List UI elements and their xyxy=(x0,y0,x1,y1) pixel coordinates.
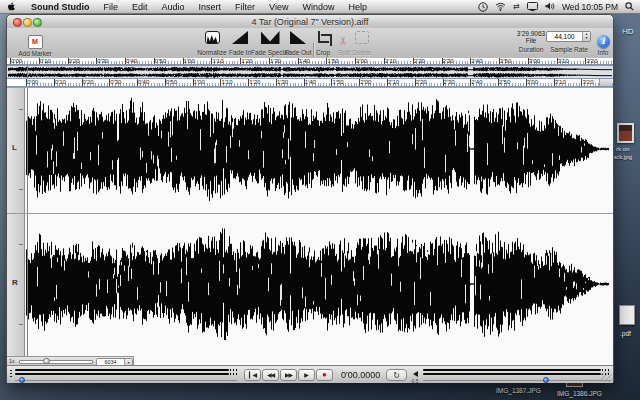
title-bar[interactable]: 4 Tar (Original 7" Version).aiff xyxy=(7,15,613,28)
ruler-label: 0'00 xyxy=(10,58,22,64)
menu-help[interactable]: Help xyxy=(341,2,374,12)
input-volume-track[interactable] xyxy=(15,380,237,381)
menu-edit[interactable]: Edit xyxy=(125,2,155,12)
add-marker-button[interactable]: M Add Marker xyxy=(9,30,61,57)
desktop: Sound StudioFileEditAudioInsertFilterVie… xyxy=(0,0,640,400)
meter-end-dots xyxy=(230,369,238,371)
overview-ruler[interactable]: 0'000'100'200'300'400'501'001'101'201'30… xyxy=(7,58,613,65)
zoom-button[interactable] xyxy=(33,18,42,27)
menu-bar: Sound StudioFileEditAudioInsertFilterVie… xyxy=(0,0,640,14)
overview-strip[interactable] xyxy=(7,65,613,79)
sync-icon[interactable]: ⇄ xyxy=(513,2,520,11)
rewind-button[interactable]: ◀◀ xyxy=(262,369,279,381)
ruler-label: 0'20 xyxy=(68,58,80,64)
right-channel-label: R xyxy=(12,278,18,287)
minimize-button[interactable] xyxy=(23,18,32,27)
zoom-slider-track[interactable] xyxy=(19,360,93,364)
delete-button[interactable]: Delete xyxy=(342,30,382,56)
stepper-icon[interactable]: ▴▾ xyxy=(582,32,590,41)
clock-icon[interactable] xyxy=(478,2,488,12)
resize-grip[interactable] xyxy=(601,371,612,382)
loop-button[interactable]: ↻ xyxy=(386,369,407,381)
channel-gutter: L R xyxy=(7,87,25,365)
add-marker-icon: M xyxy=(28,35,43,49)
output-volume-track[interactable] xyxy=(423,380,610,381)
desktop-pdf-icon[interactable] xyxy=(619,305,635,325)
menu-file[interactable]: File xyxy=(97,2,126,12)
ruler-label: 0'00 xyxy=(26,79,38,85)
fade-in-icon xyxy=(232,31,248,44)
ruler-label: 2'10 xyxy=(384,58,396,64)
ruler-label: 2'10 xyxy=(387,79,399,85)
apple-menu-icon[interactable] xyxy=(7,2,16,12)
main-waveform-canvas[interactable] xyxy=(26,87,609,365)
photo-thumb xyxy=(619,125,632,131)
close-button[interactable] xyxy=(13,18,22,27)
sound-studio-window: 4 Tar (Original 7" Version).aiff M Add M… xyxy=(6,14,614,382)
normalize-icon xyxy=(205,31,220,44)
go-to-start-button[interactable]: ▎◀ xyxy=(244,369,261,381)
waveform-pane: L R 1x 6034 ▾ xyxy=(7,87,613,365)
volume-marker-icon xyxy=(413,371,418,377)
ruler-label: 1'50 xyxy=(326,58,338,64)
menu-audio[interactable]: Audio xyxy=(155,2,192,12)
ruler-label: 0'10 xyxy=(39,58,51,64)
info-button[interactable]: i Info xyxy=(593,30,613,56)
desktop-label-hd[interactable]: HD xyxy=(622,27,634,36)
left-channel-label: L xyxy=(12,143,17,152)
ruler-label: 1'40 xyxy=(298,58,310,64)
desktop-label-img1386[interactable]: IMG_1386.JPG xyxy=(557,390,602,397)
zoom-min-label: 1x xyxy=(9,358,15,364)
popup-arrow-icon: ▾ xyxy=(124,359,132,366)
ruler-label: 1'30 xyxy=(269,58,281,64)
ruler-label: 0'50 xyxy=(154,58,166,64)
ruler-label: 2'20 xyxy=(413,58,425,64)
input-volume-thumb[interactable] xyxy=(19,377,25,383)
zoom-level-popup[interactable]: 6034 ▾ xyxy=(96,358,133,366)
ruler-label: 0'20 xyxy=(82,79,94,85)
desktop-label-img1387[interactable]: IMG_1387.JPG xyxy=(496,387,541,394)
ruler-label: 1'10 xyxy=(211,58,223,64)
desktop-photo-label-1[interactable]: rk on xyxy=(616,146,629,152)
ruler-label: 0'40 xyxy=(137,79,149,85)
menu-insert[interactable]: Insert xyxy=(192,2,229,12)
zoom-slider-thumb[interactable] xyxy=(43,358,50,365)
delete-icon xyxy=(355,31,369,44)
ruler-label: 0'40 xyxy=(125,58,137,64)
spotlight-icon[interactable] xyxy=(625,2,634,11)
wifi-icon[interactable] xyxy=(495,2,506,11)
ruler-label: 0'30 xyxy=(109,79,121,85)
volume-icon[interactable] xyxy=(545,2,555,11)
display-icon[interactable] xyxy=(527,2,538,11)
ruler-label: 1'20 xyxy=(248,79,260,85)
play-button[interactable]: ▶ xyxy=(298,369,315,381)
desktop-photo-icon[interactable] xyxy=(617,123,634,143)
menu-window[interactable]: Window xyxy=(295,2,341,12)
menu-sound-studio[interactable]: Sound Studio xyxy=(24,2,97,12)
ruler-label: 1'00 xyxy=(193,79,205,85)
sample-rate-popup[interactable]: 44,100 ▴▾ xyxy=(546,31,591,42)
sample-rate-label: Sample Rate xyxy=(543,46,595,53)
record-button[interactable]: ● xyxy=(316,369,333,381)
ruler-label: 1'40 xyxy=(304,79,316,85)
overview-waveform-canvas[interactable] xyxy=(8,66,612,78)
ruler-label: 2'30 xyxy=(442,58,454,64)
insertion-point xyxy=(27,87,28,365)
output-volume-thumb[interactable] xyxy=(543,377,549,383)
time-display: 0'00.0000 xyxy=(341,370,380,380)
ruler-label: 2'00 xyxy=(359,79,371,85)
toolbar: M Add Marker Normalize Fade In Fade Spec… xyxy=(7,28,613,59)
time-ruler[interactable]: 0'000'100'200'300'400'501'001'101'201'30… xyxy=(7,79,613,87)
ruler-label: 2'30 xyxy=(443,79,455,85)
menu-filter[interactable]: Filter xyxy=(228,2,262,12)
desktop-photo-label-2[interactable]: ack.jpg xyxy=(613,154,632,160)
window-title: 4 Tar (Original 7" Version).aiff xyxy=(67,17,553,27)
fast-forward-button[interactable]: ▶▶ xyxy=(280,369,297,381)
fade-special-icon xyxy=(261,31,280,44)
ruler-label: 2'50 xyxy=(498,79,510,85)
menu-view[interactable]: View xyxy=(262,2,295,12)
desktop-pdf-label[interactable]: .pdf xyxy=(620,330,631,337)
scrollbar-corner xyxy=(599,79,612,87)
input-meter-right xyxy=(15,373,229,375)
menu-clock[interactable]: Wed 10:05 PM xyxy=(562,2,618,12)
